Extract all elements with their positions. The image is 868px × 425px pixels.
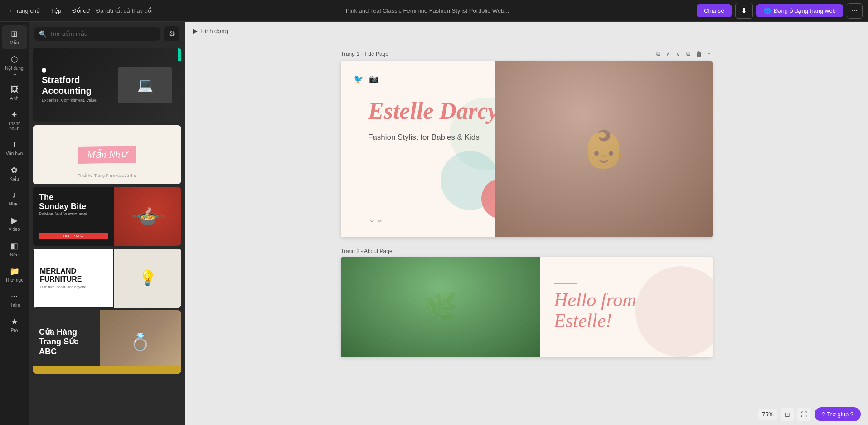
page-label-2: Trang 2 - About Page — [341, 248, 713, 254]
template-list: StratfordAccounting Expertise. Commitmen… — [29, 46, 185, 425]
share-button[interactable]: Chia sẻ — [697, 4, 732, 17]
sunday-bite-right: 🍲 freePremium.com — [114, 187, 181, 246]
more-icon: ··· — [11, 292, 18, 301]
bottom-bar: 75% ⊡ ⛶ ? Trợ giúp ? — [751, 404, 868, 425]
pro-icon: ★ — [11, 317, 18, 327]
man-nhu-title: Mẫn Như — [78, 146, 136, 164]
page1-subtitle: Fashion Stylist for Babies & Kids — [368, 133, 480, 142]
sidebar-item-pro[interactable]: ★ Pro — [2, 313, 27, 337]
grid-icon: ⊞ — [11, 29, 18, 39]
page1-collapse-icon[interactable]: ∧ — [664, 49, 672, 59]
folder-icon: 📁 — [10, 266, 19, 276]
sidebar-item-noi-dung[interactable]: ⬡ Nội dung ... — [2, 51, 27, 79]
search-input[interactable] — [49, 30, 156, 37]
adjust-label: Đối cơ — [72, 7, 89, 14]
home-button[interactable]: ‹ Trang chủ — [5, 5, 44, 17]
sidebar-label-them: Thêm — [9, 303, 20, 308]
sidebar-label-nhac: Nhạc — [9, 201, 20, 206]
sidebar-item-anh[interactable]: 🖼 Ảnh — [2, 81, 27, 104]
sidebar-item-kieu[interactable]: ✿ Kiểu — [2, 161, 27, 185]
template-card-man-nhu[interactable]: Mẫn Như Thiết kế Trang Phim và Lưu thơ — [33, 125, 181, 184]
page1-photo: 👶 — [495, 61, 713, 237]
page1-more-icon[interactable]: ↑ — [706, 49, 713, 59]
download-button[interactable]: ⬇ — [735, 3, 753, 19]
template-card-cua-hang[interactable]: Cửa HàngTrang SứcABC 💍 — [33, 310, 181, 374]
sidebar-label-video: Video — [9, 227, 20, 232]
text-icon: T — [12, 140, 17, 150]
order-now-button[interactable]: ORDER NOW — [39, 233, 108, 239]
page2-label-text: Trang 2 - About Page — [341, 248, 393, 254]
tc1-text: StratfordAccounting Expertise. Commitmen… — [42, 68, 97, 103]
video-icon: ▶ — [11, 215, 18, 225]
globe-icon: 🌐 — [764, 7, 771, 14]
instagram-icon[interactable]: 📷 — [369, 74, 379, 84]
page2-right: Hello from Estelle! — [540, 257, 713, 357]
laptop-icon: 💻 — [118, 67, 172, 103]
animation-icon: ▶ — [193, 27, 198, 34]
adjust-button[interactable]: Đối cơ — [68, 5, 94, 17]
template-card-stratford[interactable]: StratfordAccounting Expertise. Commitmen… — [33, 48, 181, 122]
sidebar-label-kieu: Kiểu — [10, 176, 19, 181]
search-icon: 🔍 — [39, 30, 47, 38]
more-icon: ··· — [852, 7, 858, 15]
fullscreen-button[interactable]: ⛶ — [797, 408, 811, 421]
sunday-bite-title: TheSunday Bite — [39, 193, 108, 211]
sidebar-label-mau: Mẫu — [10, 40, 19, 45]
sidebar-label-van-ban: Văn bản — [6, 151, 23, 156]
page2-title-text: Hello from — [554, 289, 636, 310]
animation-bar: ▶ Hình động — [193, 27, 228, 34]
filter-icon: ⚙ — [169, 30, 175, 38]
autosave-label: Đã lưu tất cả thay đổi — [96, 7, 153, 14]
sidebar-item-video[interactable]: ▶ Video — [2, 212, 27, 235]
sidebar-item-them[interactable]: ··· Thêm — [2, 288, 27, 311]
sidebar-item-thu-muc[interactable]: 📁 Thư mục — [2, 263, 27, 286]
man-nhu-subtitle: Thiết kế Trang Phim và Lưu thơ — [78, 173, 136, 178]
sidebar-label-anh: Ảnh — [10, 96, 18, 101]
zoom-level: 75% — [758, 409, 777, 420]
page1-social: 🐦 📷 — [354, 74, 379, 84]
help-button[interactable]: ? Trợ giúp ? — [815, 407, 861, 421]
page1-copy-icon[interactable]: ⧉ — [684, 49, 692, 59]
image-icon: 🖼 — [10, 85, 19, 94]
page2-canvas[interactable]: 🌿 Hello from Estelle! — [341, 257, 713, 357]
page1-canvas[interactable]: 🐦 📷 Estelle Darcy Fashion Stylist for Ba… — [341, 61, 713, 237]
document-title: Pink and Teal Classic Feminine Fashion S… — [162, 7, 693, 14]
merland-subtitle: Furniture, decor, and beyond. — [40, 285, 107, 289]
page1-label-text: Trang 1 - Title Page — [341, 51, 388, 57]
template-card-merland[interactable]: MERLANDFURNITURE Furniture, decor, and b… — [33, 249, 181, 308]
filter-button[interactable]: ⚙ — [164, 26, 179, 41]
more-options-button[interactable]: ··· — [847, 3, 863, 19]
background-icon: ◧ — [10, 241, 18, 251]
twitter-icon[interactable]: 🐦 — [354, 74, 364, 84]
animation-label: Hình động — [200, 28, 228, 34]
stratford-title: StratfordAccounting — [42, 74, 97, 96]
search-input-wrap[interactable]: 🔍 — [34, 27, 160, 41]
template-search-bar: 🔍 ⚙ — [29, 22, 185, 46]
sidebar-item-nhac[interactable]: ♪ Nhạc — [2, 187, 27, 210]
sunday-bite-left: TheSunday Bite Delicious food for every … — [33, 187, 114, 246]
topbar-right: Chia sẻ ⬇ 🌐 Đăng ở đạng trang web ··· — [697, 3, 863, 19]
page1-delete-icon[interactable]: 🗑 — [694, 49, 704, 59]
merland-left: MERLANDFURNITURE Furniture, decor, and b… — [33, 249, 114, 308]
sidebar-label-nen: Nền — [10, 252, 19, 257]
sunday-bite-subtitle: Delicious food for every mood — [39, 211, 108, 215]
page1-add-page-icon[interactable]: ⧉ — [654, 49, 662, 59]
template-card-sunday-bite[interactable]: TheSunday Bite Delicious food for every … — [33, 187, 181, 246]
help-label: Trợ giúp ? — [827, 411, 853, 418]
fit-screen-button[interactable]: ⊡ — [781, 408, 794, 421]
file-button[interactable]: Tệp — [46, 5, 66, 17]
sidebar-label-thu-muc: Thư mục — [5, 278, 24, 283]
elements-icon: ✦ — [11, 110, 18, 120]
sidebar-item-van-ban[interactable]: T Văn bản — [2, 137, 27, 160]
sidebar-item-nen[interactable]: ◧ Nền — [2, 237, 27, 261]
page1-expand-icon[interactable]: ∨ — [674, 49, 682, 59]
dot-icon — [42, 68, 46, 73]
sidebar-item-thanh-phan[interactable]: ✦ Thành phần — [2, 106, 27, 135]
publish-button[interactable]: 🌐 Đăng ở đạng trang web — [756, 4, 843, 17]
style-icon: ✿ — [11, 165, 18, 175]
file-label: Tệp — [51, 7, 61, 14]
topbar: ‹ Trang chủ Tệp Đối cơ Đã lưu tất cả tha… — [0, 0, 868, 22]
sidebar-item-mau[interactable]: ⊞ Mẫu — [2, 25, 27, 49]
page1-photo-inner: 👶 — [495, 61, 713, 237]
fullscreen-icon: ⛶ — [801, 411, 807, 418]
